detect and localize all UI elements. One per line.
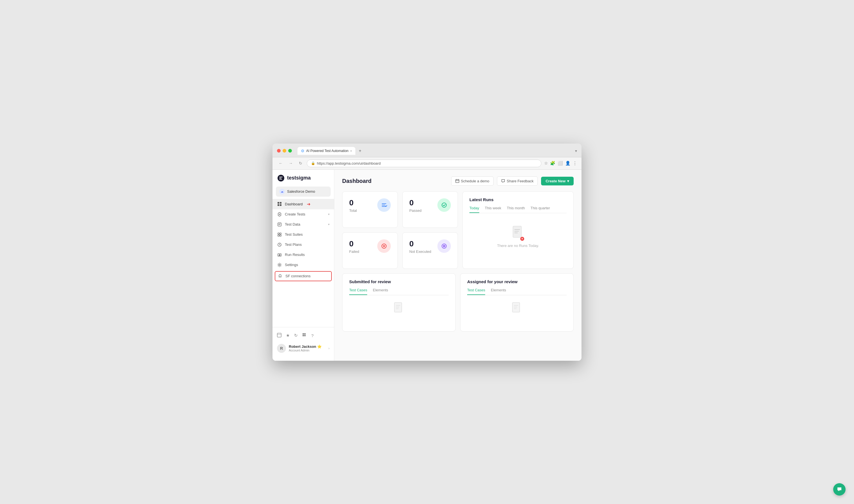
chat-fab-button[interactable]: [833, 483, 846, 496]
passed-icon: [437, 198, 451, 212]
svg-rect-4: [278, 223, 281, 226]
svg-rect-5: [278, 233, 279, 234]
main-content: Dashboard Schedule a demo Share Feedback…: [334, 170, 582, 361]
total-label: Total: [349, 209, 357, 213]
user-chevron-icon: ›: [328, 346, 329, 350]
run-results-icon: [277, 252, 282, 257]
minimize-button[interactable]: [283, 149, 286, 152]
no-runs-text: There are no Runs Today.: [497, 244, 539, 248]
submitted-tab-elements[interactable]: Elements: [373, 288, 388, 295]
passed-label: Passed: [409, 209, 421, 213]
stat-card-not-executed: 0 Not Executed: [402, 232, 458, 269]
test-data-label: Test Data: [285, 222, 300, 227]
svg-rect-1: [280, 202, 281, 204]
tab-this-quarter[interactable]: This quarter: [531, 206, 550, 213]
schedule-demo-label: Schedule a demo: [461, 179, 489, 183]
total-count: 0: [349, 198, 357, 207]
no-runs-area: ✕ There are no Runs Today.: [469, 220, 567, 253]
test-suites-icon: [277, 232, 282, 237]
sf-connections-icon: [277, 274, 283, 279]
svg-rect-7: [278, 235, 279, 236]
maximize-button[interactable]: [288, 149, 292, 152]
test-data-chevron-icon: ▾: [328, 223, 329, 226]
sidebar-nav: Dashboard ➜ Create Tests ▾ Test Data ▾: [272, 199, 334, 282]
sidebar-item-test-plans[interactable]: Test Plans: [272, 240, 334, 250]
new-tab-button[interactable]: +: [357, 147, 364, 155]
stat-card-total: 0 Total: [342, 191, 398, 228]
user-role: Account Admin: [289, 349, 326, 352]
sidebar-item-sf-connections[interactable]: SF connections: [275, 271, 332, 281]
test-data-icon: [277, 222, 282, 227]
sidebar-item-dashboard[interactable]: Dashboard ➜: [272, 199, 334, 209]
svg-point-11: [279, 264, 280, 266]
chat-icon: [501, 179, 505, 183]
assigned-for-review-card: Assigned for your review Test Cases Elem…: [460, 273, 574, 331]
forward-button[interactable]: →: [287, 160, 294, 167]
assigned-review-empty: [467, 295, 567, 326]
window-controls-icon: ▾: [575, 149, 577, 153]
extensions-icon[interactable]: 🧩: [550, 161, 556, 166]
menu-icon[interactable]: ⋮: [573, 161, 577, 166]
failed-count: 0: [349, 239, 359, 248]
browser-nav: ← → ↻ 🔒 https://app.testsigma.com/ui/das…: [272, 157, 582, 170]
workspace-name: Salesforce Demo: [287, 190, 327, 194]
lock-icon: 🔒: [311, 161, 315, 165]
create-new-button[interactable]: Create New ▾: [541, 177, 574, 185]
layout-icon[interactable]: [277, 333, 281, 338]
back-button[interactable]: ←: [277, 160, 284, 167]
create-new-label: Create New: [546, 179, 565, 183]
sidebar-item-settings[interactable]: Settings: [272, 260, 334, 270]
dashboard-label: Dashboard: [285, 202, 303, 206]
star-icon[interactable]: ☆: [544, 161, 548, 166]
create-tests-chevron-icon: ▾: [328, 213, 329, 216]
sidebar-item-create-tests[interactable]: Create Tests ▾: [272, 209, 334, 219]
submitted-for-review-card: Submitted for review Test Cases Elements: [342, 273, 456, 331]
latest-runs-tabs: Today This week This month This quarter: [469, 206, 567, 213]
sync-icon[interactable]: ↻: [294, 333, 298, 338]
failed-icon: [377, 239, 391, 253]
run-results-label: Run Results: [285, 253, 305, 257]
tab-close-icon[interactable]: ×: [350, 149, 352, 152]
tab-this-week[interactable]: This week: [485, 206, 502, 213]
active-tab[interactable]: ⚙ AI Powered Test Automation ×: [297, 147, 356, 155]
grid-icon[interactable]: [302, 333, 307, 338]
stats-sub-grid-left: 0 Total 0 Failed: [342, 191, 398, 269]
testsigma-logo-icon: [277, 174, 285, 182]
stat-card-failed: 0 Failed: [342, 232, 398, 269]
svg-rect-8: [280, 235, 281, 236]
svg-rect-13: [303, 333, 304, 335]
assigned-review-title: Assigned for your review: [467, 279, 567, 284]
workspace-icon: ☁: [279, 189, 285, 194]
svg-rect-0: [277, 202, 279, 204]
user-avatar: R: [277, 344, 286, 353]
tab-title: AI Powered Test Automation: [306, 149, 349, 153]
bottom-icons-row: ★ ↻ ?: [277, 331, 329, 341]
assigned-empty-icon: [512, 302, 522, 317]
tab-this-month[interactable]: This month: [507, 206, 525, 213]
user-section[interactable]: R Robert Jackson ⭐ Account Admin ›: [277, 344, 329, 353]
sidebar-item-test-data[interactable]: Test Data ▾: [272, 219, 334, 230]
assigned-tab-test-cases[interactable]: Test Cases: [467, 288, 485, 295]
latest-runs-card: Latest Runs Today This week This month T…: [462, 191, 574, 269]
sidebar-item-test-suites[interactable]: Test Suites: [272, 230, 334, 240]
workspace-selector[interactable]: ☁ Salesforce Demo: [276, 186, 331, 197]
schedule-demo-button[interactable]: Schedule a demo: [451, 176, 494, 186]
tab-today[interactable]: Today: [469, 206, 479, 213]
share-feedback-button[interactable]: Share Feedback: [497, 176, 538, 186]
not-executed-label: Not Executed: [409, 250, 431, 254]
split-view-icon[interactable]: ⬜: [558, 161, 563, 166]
assigned-tab-elements[interactable]: Elements: [491, 288, 506, 295]
submitted-tab-test-cases[interactable]: Test Cases: [349, 288, 367, 295]
test-plans-label: Test Plans: [285, 242, 302, 247]
help-icon[interactable]: ?: [311, 333, 313, 338]
tab-favicon-icon: ⚙: [301, 149, 305, 153]
profile-icon[interactable]: 👤: [565, 161, 570, 166]
close-button[interactable]: [277, 149, 280, 152]
user-info: Robert Jackson ⭐ Account Admin: [289, 344, 326, 352]
settings-label: Settings: [285, 263, 298, 267]
reload-button[interactable]: ↻: [297, 160, 304, 167]
sidebar-item-run-results[interactable]: Run Results: [272, 250, 334, 260]
svg-rect-23: [395, 303, 402, 312]
address-bar[interactable]: 🔒 https://app.testsigma.com/ui/dashboard: [307, 160, 541, 167]
star-icon[interactable]: ★: [286, 333, 290, 338]
